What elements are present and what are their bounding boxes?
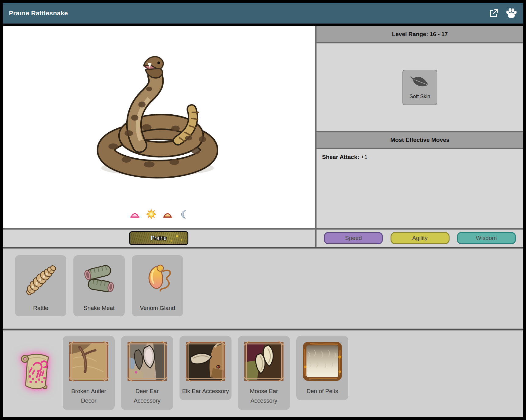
move-value: +1: [361, 154, 368, 160]
craft-card-elk-ear-accessory[interactable]: Elk Ear Accessory: [180, 336, 232, 400]
header-divider: [3, 24, 523, 26]
stat-label: Speed: [345, 235, 362, 241]
biome-label: Prairie: [151, 235, 167, 241]
biome-band: Prairie: [3, 230, 315, 247]
rattlesnake-illustration: [87, 26, 231, 209]
weakness-label: Soft Skin: [409, 94, 430, 100]
deer-ear-accessory-image: [126, 340, 169, 384]
level-range-bar: Level Range: 16 - 17: [317, 26, 523, 43]
moves-header-bar: Most Effective Moves: [317, 131, 523, 149]
night-icon: [179, 210, 187, 220]
crafting-section: Broken Antler Decor: [3, 330, 523, 417]
active-times-row: [130, 209, 187, 220]
stats-band: Speed Agility Wisdom: [317, 230, 523, 247]
move-entry: Shear Attack: +1: [322, 154, 368, 160]
craft-card-broken-antler-decor[interactable]: Broken Antler Decor: [63, 336, 115, 410]
drop-card-rattle[interactable]: Rattle: [15, 255, 66, 316]
sunset-icon: [163, 211, 172, 220]
moves-header-text: Most Effective Moves: [390, 137, 449, 143]
den-of-pelts-image: [301, 340, 344, 384]
weakness-area: Soft Skin: [317, 43, 523, 131]
move-name: Shear Attack:: [322, 154, 359, 160]
drop-label: Rattle: [33, 305, 48, 311]
craft-card-den-of-pelts[interactable]: Den of Pelts: [296, 336, 348, 400]
drop-label: Snake Meat: [83, 305, 114, 311]
craft-label: Elk Ear Accessory: [182, 386, 229, 396]
craft-card-deer-ear-accessory[interactable]: Deer Ear Accessory: [121, 336, 173, 410]
snake-meat-icon: [79, 260, 119, 300]
level-range-text: Level Range: 16 - 17: [392, 31, 448, 38]
craft-label: Den of Pelts: [306, 386, 338, 396]
drops-section: Rattle: [3, 249, 523, 329]
recipe-scroll-icon[interactable]: [19, 351, 54, 395]
moves-list: Shear Attack: +1: [317, 149, 523, 228]
stat-label: Wisdom: [476, 235, 497, 241]
venom-gland-icon: [137, 260, 178, 300]
craft-label: Broken Antler Decor: [65, 386, 113, 406]
creature-image-panel: [3, 26, 315, 228]
craft-card-moose-ear-accessory[interactable]: Moose Ear Accessory: [238, 336, 290, 410]
stat-label: Agility: [412, 235, 428, 241]
creature-info-window: Prairie Rattlesnake: [0, 0, 526, 420]
craft-label: Deer Ear Accessory: [123, 386, 171, 406]
paw-icon[interactable]: [506, 7, 517, 19]
stat-pill-wisdom[interactable]: Wisdom: [457, 232, 516, 244]
info-panel: Level Range: 16 - 17 Soft Skin Most Effe…: [317, 26, 523, 228]
broken-antler-decor-image: [67, 340, 110, 384]
sunrise-icon: [130, 211, 140, 220]
stat-pill-speed[interactable]: Speed: [324, 232, 383, 244]
moose-ear-accessory-image: [243, 340, 285, 384]
page-title: Prairie Rattlesnake: [9, 9, 68, 17]
external-link-icon[interactable]: [488, 7, 499, 19]
drop-card-snake-meat[interactable]: Snake Meat: [73, 255, 125, 316]
weakness-tile-soft-skin[interactable]: Soft Skin: [402, 70, 437, 105]
biome-button-prairie[interactable]: Prairie: [129, 231, 188, 245]
elk-ear-accessory-image: [184, 340, 227, 384]
feather-icon: [410, 75, 430, 90]
craft-label: Moose Ear Accessory: [240, 386, 288, 406]
title-bar: Prairie Rattlesnake: [3, 3, 523, 24]
drop-card-venom-gland[interactable]: Venom Gland: [132, 255, 183, 316]
day-icon: [146, 209, 156, 220]
stat-pill-agility[interactable]: Agility: [391, 232, 450, 244]
drop-label: Venom Gland: [140, 305, 175, 311]
rattle-icon: [20, 260, 61, 300]
